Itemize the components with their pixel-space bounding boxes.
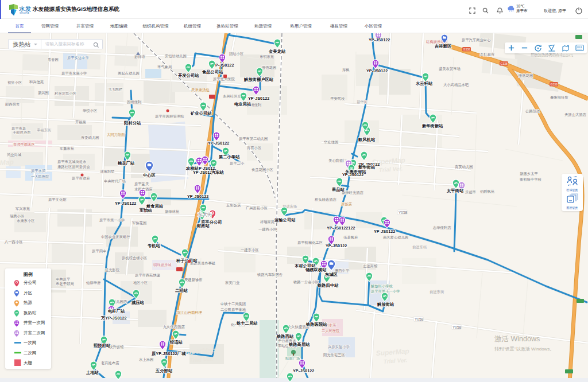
svg-text:慢悠花园: 慢悠花园 xyxy=(518,73,533,78)
svg-text:原平蓝天: 原平蓝天 xyxy=(134,182,149,186)
svg-text:干部休养所: 干部休养所 xyxy=(13,130,31,135)
svg-text:安建新诊所: 安建新诊所 xyxy=(184,278,203,282)
svg-text:土地站: 土地站 xyxy=(86,370,99,375)
svg-text:原平实达中学: 原平实达中学 xyxy=(67,56,89,60)
svg-text:美心防盗门: 美心防盗门 xyxy=(328,158,346,163)
svg-text:涟漪别墅: 涟漪别墅 xyxy=(100,169,115,174)
svg-text:平安驾校: 平安驾校 xyxy=(330,96,345,100)
svg-text:原机综合楼小区: 原机综合楼小区 xyxy=(122,256,148,260)
svg-text:慢悟花园: 慢悟花园 xyxy=(261,65,276,70)
svg-text:桥头精选酒店: 桥头精选酒店 xyxy=(314,197,336,202)
svg-text:矿业公司站: 矿业公司站 xyxy=(190,111,212,116)
svg-text:铁路一分会小区: 铁路一分会小区 xyxy=(293,280,319,284)
svg-text:食且花园小区: 食且花园小区 xyxy=(252,167,273,172)
svg-text:天津康汤包: 天津康汤包 xyxy=(191,88,210,92)
svg-text:市气象局: 市气象局 xyxy=(157,65,172,69)
svg-text:团结小区: 团结小区 xyxy=(229,52,244,56)
svg-text:一建东小区: 一建东小区 xyxy=(241,248,259,252)
svg-text:减压站: 减压站 xyxy=(131,300,145,305)
svg-text:永康东小区: 永康东小区 xyxy=(17,219,35,223)
svg-text:仙都华府: 仙都华府 xyxy=(86,280,100,285)
svg-text:鼓风机站: 鼓风机站 xyxy=(358,137,376,142)
svg-text:二人民医院: 二人民医院 xyxy=(322,329,340,333)
svg-text:P-JS0122: P-JS0122 xyxy=(215,63,234,68)
svg-text:铁路医院站: 铁路医院站 xyxy=(305,322,327,327)
svg-text:片区: 片区 xyxy=(24,290,33,295)
svg-text:新愿乡太平: 新愿乡太平 xyxy=(520,171,538,176)
svg-text:金美龙站: 金美龙站 xyxy=(268,49,286,54)
svg-text:九久优西酒店: 九久优西酒店 xyxy=(163,325,185,329)
svg-text:YP-JS0122: YP-JS0122 xyxy=(374,229,395,234)
svg-text:YP-JS012: YP-JS012 xyxy=(193,170,212,175)
svg-text:水上乐园: 水上乐园 xyxy=(139,357,153,362)
svg-text:新兴围: 新兴围 xyxy=(38,91,49,95)
svg-text:瑞腾小区: 瑞腾小区 xyxy=(10,214,25,218)
svg-text:锦绣双横站: 锦绣双横站 xyxy=(305,267,327,272)
svg-text:Y058: Y058 xyxy=(452,325,462,329)
svg-text:YP-JS0122: YP-JS0122 xyxy=(293,368,314,373)
svg-text:市老干部局: 市老干部局 xyxy=(56,282,74,286)
svg-text:解放街小学校: 解放街小学校 xyxy=(370,284,393,289)
svg-text:家美门业: 家美门业 xyxy=(225,280,240,284)
svg-text:原YP-JS0122厂城: 原YP-JS0122厂城 xyxy=(151,351,186,356)
svg-text:种子公司站: 种子公司站 xyxy=(176,258,198,263)
svg-text:水云轩站: 水云轩站 xyxy=(415,81,433,86)
svg-text:祥瑞家苑: 祥瑞家苑 xyxy=(260,220,274,224)
svg-text:开发公司站: 开发公司站 xyxy=(177,73,199,78)
svg-text:东大街: 东大街 xyxy=(198,212,212,217)
svg-text:万YP-JS0122: 万YP-JS0122 xyxy=(100,315,127,321)
svg-text:熙悦府站: 熙悦府站 xyxy=(94,343,111,348)
svg-text:固细便利: 固细便利 xyxy=(127,100,141,104)
svg-text:解放街站: 解放街站 xyxy=(377,302,394,307)
svg-text:一人民医院: 一人民医院 xyxy=(31,174,49,179)
svg-text:志华便利店: 志华便利店 xyxy=(432,225,451,230)
svg-text:一建西小区: 一建西小区 xyxy=(258,227,277,232)
svg-text:星光影院: 星光影院 xyxy=(105,268,120,272)
svg-text:永兴社区光: 永兴社区光 xyxy=(223,94,241,99)
svg-text:盛美农贸市场: 盛美农贸市场 xyxy=(439,67,461,71)
svg-text:G338: G338 xyxy=(551,83,558,86)
svg-text:初舁小区: 初舁小区 xyxy=(7,80,22,84)
svg-text:站前广场: 站前广场 xyxy=(285,356,300,361)
svg-text:原平市北城街道永: 原平市北城街道永 xyxy=(57,159,87,164)
svg-text:原平市第一小学: 原平市第一小学 xyxy=(99,218,125,222)
svg-text:电杆厂站: 电杆厂站 xyxy=(108,309,125,314)
svg-text:吉祥新区: 吉祥新区 xyxy=(434,44,452,49)
svg-text:解放街棚户区站: 解放街棚户区站 xyxy=(243,77,274,82)
svg-text:明珠娱乐城: 明珠娱乐城 xyxy=(153,263,172,267)
svg-text:Map: Map xyxy=(0,158,14,167)
svg-text:俊升饭馆: 俊升饭馆 xyxy=(109,345,124,349)
svg-text:衡初级中学校: 衡初级中学校 xyxy=(520,177,541,182)
svg-text:原平市西苑快递: 原平市西苑快递 xyxy=(135,273,161,278)
svg-text:原平市政府: 原平市政府 xyxy=(72,176,90,180)
svg-text:换热站: 换热站 xyxy=(24,310,37,315)
svg-text:前进东街: 前进东街 xyxy=(412,245,427,250)
svg-text:蛋江山自助料理: 蛋江山自助料理 xyxy=(177,310,202,315)
svg-text:第二小学站: 第二小学站 xyxy=(218,154,240,159)
svg-text:YP-JS0122: YP-JS0122 xyxy=(115,201,136,206)
svg-text:普湾牛肉水区: 普湾牛肉水区 xyxy=(13,142,35,147)
svg-text:原平二小: 原平二小 xyxy=(230,161,245,165)
svg-text:久红超市: 久红超市 xyxy=(480,52,494,57)
svg-text:新华旺光酒店: 新华旺光酒店 xyxy=(342,190,363,195)
svg-text:Y058: Y058 xyxy=(415,317,424,321)
svg-text:一次网: 一次网 xyxy=(24,340,37,345)
svg-text:兴原实验小学: 兴原实验小学 xyxy=(328,345,350,349)
svg-text:和兴佳苑: 和兴佳苑 xyxy=(29,80,44,84)
svg-text:运输公司站: 运输公司站 xyxy=(274,217,296,223)
svg-text:汽车站: 汽车站 xyxy=(211,170,225,175)
svg-text:原平文化馆: 原平文化馆 xyxy=(48,197,67,202)
svg-text:二公司原平基地: 二公司原平基地 xyxy=(220,307,246,311)
svg-text:育英幼儿园: 育英幼儿园 xyxy=(455,165,473,169)
svg-text:南关爱心幼儿园: 南关爱心幼儿园 xyxy=(383,235,408,240)
svg-text:原平机械化工区: 原平机械化工区 xyxy=(297,240,323,245)
svg-text:原平市园林管理站: 原平市园林管理站 xyxy=(155,114,184,119)
svg-text:广兴富苑小区: 广兴富苑小区 xyxy=(246,206,268,211)
svg-text:电业局站: 电业局站 xyxy=(234,102,252,107)
svg-text:伯爵枫苑: 伯爵枫苑 xyxy=(480,189,494,194)
svg-text:原平市老: 原平市老 xyxy=(11,126,26,130)
svg-text:安恒坊幼儿园: 安恒坊幼儿园 xyxy=(165,54,187,59)
svg-text:热源: 热源 xyxy=(23,300,33,305)
svg-text:YP-JS0122: YP-JS0122 xyxy=(248,96,269,101)
svg-text:YP-JS0122: YP-JS0122 xyxy=(187,194,208,199)
